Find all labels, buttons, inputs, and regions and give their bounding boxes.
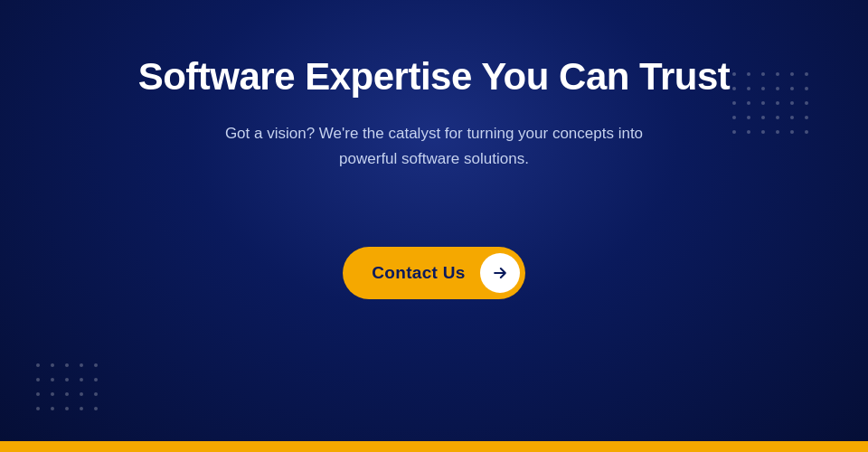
- arrow-circle: [480, 253, 520, 293]
- gold-bottom-bar: [0, 441, 868, 452]
- cta-area: Contact Us: [343, 247, 524, 299]
- hero-subtitle: Got a vision? We're the catalyst for tur…: [199, 121, 669, 170]
- dots-decoration-bottom-left: [36, 363, 103, 416]
- dots-decoration-top-right: [732, 72, 814, 139]
- contact-us-button[interactable]: Contact Us: [343, 247, 524, 299]
- contact-button-label: Contact Us: [372, 263, 465, 283]
- arrow-right-icon: [491, 264, 509, 282]
- hero-content: Software Expertise You Can Trust Got a v…: [138, 54, 731, 299]
- hero-title: Software Expertise You Can Trust: [138, 54, 731, 99]
- hero-section: Software Expertise You Can Trust Got a v…: [0, 0, 868, 452]
